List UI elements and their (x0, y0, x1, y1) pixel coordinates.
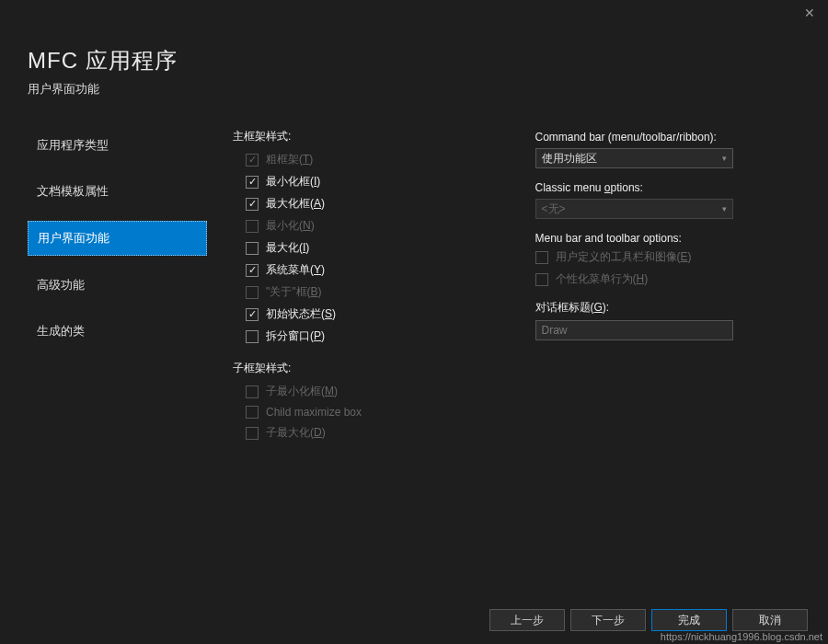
chevron-down-icon: ▾ (722, 204, 727, 213)
mainframe-label-0: 粗框架(T) (266, 152, 313, 167)
toolbar-row-0: 用户定义的工具栏和图像(E) (535, 249, 801, 265)
chevron-down-icon: ▾ (722, 154, 727, 163)
right-column: Command bar (menu/toolbar/ribbon): 使用功能区… (535, 129, 801, 447)
childframe-label-0: 子最小化框(M) (266, 384, 338, 399)
childframe-row-1: Child maximize box (233, 406, 499, 419)
page-title: MFC 应用程序 (28, 46, 800, 75)
mainframe-row-4: 最大化(I) (233, 240, 499, 256)
mainframe-checkbox-5[interactable] (246, 264, 259, 277)
mainframe-row-1: 最小化框(I) (233, 174, 499, 190)
next-button[interactable]: 下一步 (570, 609, 646, 631)
mainframe-checkbox-3 (246, 220, 259, 233)
mainframe-checkbox-2[interactable] (246, 198, 259, 211)
sidebar-item-app-type[interactable]: 应用程序类型 (28, 129, 207, 162)
mainframe-label-1: 最小化框(I) (266, 174, 320, 190)
mainframe-row-8: 拆分窗口(P) (233, 328, 499, 344)
command-bar-select[interactable]: 使用功能区 ▾ (535, 148, 733, 168)
mainframe-checkbox-1[interactable] (246, 176, 259, 189)
footer: 上一步 下一步 完成 取消 (489, 609, 808, 631)
sidebar-item-ui-features[interactable]: 用户界面功能 (28, 221, 207, 256)
childframe-row-2: 子最大化(D) (233, 425, 499, 441)
mainframe-label-4: 最大化(I) (266, 240, 309, 256)
toolbar-checkbox-1 (535, 273, 548, 286)
mainframe-label-6: "关于"框(B) (266, 284, 322, 300)
classic-menu-select: <无> ▾ (535, 199, 733, 219)
close-icon[interactable]: ✕ (800, 6, 819, 24)
mainframe-checkbox-0 (246, 154, 259, 167)
header: MFC 应用程序 用户界面功能 (0, 0, 828, 107)
child-frame-styles-label: 子框架样式: (233, 361, 499, 376)
sidebar: 应用程序类型 文档模板属性 用户界面功能 高级功能 生成的类 (28, 129, 207, 447)
mainframe-label-3: 最小化(N) (266, 218, 315, 234)
mainframe-checkbox-7[interactable] (246, 308, 259, 321)
mainframe-row-3: 最小化(N) (233, 218, 499, 234)
mainframe-row-2: 最大化框(A) (233, 196, 499, 212)
toolbar-checkbox-0 (535, 251, 548, 264)
childframe-checkbox-0 (246, 385, 259, 398)
sidebar-item-doc-template[interactable]: 文档模板属性 (28, 175, 207, 208)
mainframe-checkbox-6 (246, 286, 259, 299)
mainframe-row-6: "关于"框(B) (233, 284, 499, 300)
dialog-title-input: Draw (535, 320, 733, 340)
page-subtitle: 用户界面功能 (28, 81, 800, 98)
sidebar-item-generated-classes[interactable]: 生成的类 (28, 315, 207, 348)
sidebar-item-advanced[interactable]: 高级功能 (28, 269, 207, 302)
classic-menu-label: Classic menu options: (535, 181, 801, 194)
toolbar-row-1: 个性化菜单行为(H) (535, 271, 801, 287)
mainframe-label-2: 最大化框(A) (266, 196, 325, 212)
watermark: https://nickhuang1996.blog.csdn.net (661, 631, 822, 642)
main-frame-styles: 主框架样式: 粗框架(T)最小化框(I)最大化框(A)最小化(N)最大化(I)系… (233, 129, 499, 447)
mainframe-checkbox-8[interactable] (246, 330, 259, 343)
mainframe-label-7: 初始状态栏(S) (266, 306, 336, 322)
main-frame-styles-label: 主框架样式: (233, 129, 499, 144)
mainframe-label-5: 系统菜单(Y) (266, 262, 325, 278)
cancel-button[interactable]: 取消 (732, 609, 808, 631)
toolbar-options-label: Menu bar and toolbar options: (535, 232, 801, 245)
mainframe-label-8: 拆分窗口(P) (266, 328, 325, 344)
dialog-title-label: 对话框标题(G): (535, 300, 801, 316)
command-bar-label: Command bar (menu/toolbar/ribbon): (535, 131, 801, 144)
childframe-label-2: 子最大化(D) (266, 425, 326, 441)
toolbar-label-1: 个性化菜单行为(H) (556, 271, 649, 287)
mainframe-checkbox-4[interactable] (246, 242, 259, 255)
childframe-checkbox-1 (246, 406, 259, 419)
childframe-row-0: 子最小化框(M) (233, 384, 499, 399)
mainframe-row-7: 初始状态栏(S) (233, 306, 499, 322)
childframe-checkbox-2 (246, 427, 259, 440)
mainframe-row-0: 粗框架(T) (233, 152, 499, 167)
mainframe-row-5: 系统菜单(Y) (233, 262, 499, 278)
finish-button[interactable]: 完成 (651, 609, 727, 631)
prev-button[interactable]: 上一步 (489, 609, 565, 631)
childframe-label-1: Child maximize box (266, 406, 362, 419)
toolbar-label-0: 用户定义的工具栏和图像(E) (556, 249, 692, 265)
